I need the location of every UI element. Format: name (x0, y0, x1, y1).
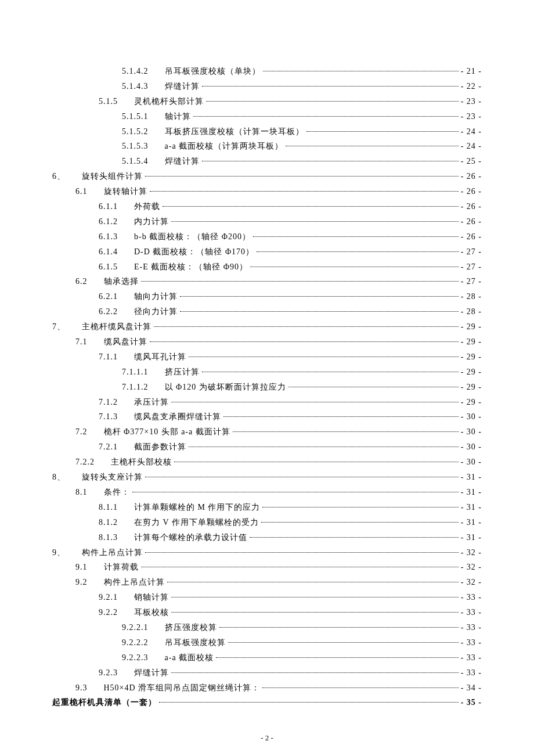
toc-entry: 7.1.3缆风盘支承圈焊缝计算- 30 - (52, 409, 482, 424)
toc-leader (145, 552, 459, 553)
toc-entry: 7.1.2承压计算- 29 - (52, 395, 482, 410)
toc-number: 7.1 (75, 334, 88, 350)
toc-title: 在剪力 V 作用下单颗螺栓的受力 (134, 515, 259, 530)
toc-page: - 29 - (461, 334, 482, 350)
toc-entry: 7.2.1截面参数计算- 30 - (52, 440, 482, 455)
toc-entry: 6.2轴承选择- 27 - (52, 274, 482, 289)
toc-page: - 30 - (461, 424, 482, 440)
toc-page: - 33 - (461, 590, 482, 605)
toc-number: 6.2 (75, 274, 88, 289)
toc-entry: 8.1条件：- 31 - (52, 485, 482, 500)
toc-leader (180, 311, 459, 312)
toc-leader (202, 161, 459, 161)
toc-entry: 8.1.2在剪力 V 作用下单颗螺栓的受力- 31 - (52, 515, 482, 530)
toc-title: 灵机桅杆头部计算 (134, 94, 204, 109)
toc-leader (159, 702, 459, 703)
toc-page: - 21 - (461, 64, 482, 79)
toc-page: - 27 - (461, 274, 482, 289)
toc-entry: 6.1.3b-b 截面校核：（轴径 Φ200）- 26 - (52, 229, 482, 244)
toc-leader (180, 296, 459, 297)
toc-entry: 起重桅杆机具清单（一套）- 35 - (52, 695, 482, 710)
toc-entry: 7.1缆风盘计算- 29 - (52, 334, 482, 350)
toc-entry: 6.2.2径向力计算- 28 - (52, 304, 482, 319)
toc-page: - 26 - (461, 214, 482, 229)
toc-title: 轴承选择 (104, 274, 139, 289)
toc-page: - 32 - (461, 575, 482, 590)
toc-title: a-a 截面校核 (165, 650, 214, 665)
toc-title: 耳板挤压强度校核（计算一块耳板） (165, 124, 304, 139)
toc-page: - 29 - (461, 319, 482, 334)
toc-page: - 29 - (461, 350, 482, 365)
toc-page: - 23 - (461, 109, 482, 124)
toc-page: - 29 - (461, 380, 482, 395)
toc-leader (202, 372, 459, 372)
toc-leader (145, 176, 459, 177)
toc-number: 7.1.1.1 (122, 365, 149, 380)
toc-leader (216, 657, 459, 658)
toc-leader (171, 221, 459, 222)
toc-title: 内力计算 (134, 214, 169, 229)
toc-page: - 32 - (461, 545, 482, 560)
toc-title: 计算荷载 (104, 560, 139, 575)
toc-number: 7.2.2 (75, 455, 95, 470)
page-number: - 2 - (52, 733, 482, 743)
toc-title: 旋转头组件计算 (82, 169, 143, 184)
toc-page: - 25 - (461, 154, 482, 169)
toc-title: 截面参数计算 (134, 440, 186, 455)
toc-entry: 7.2桅杆 Φ377×10 头部 a-a 截面计算- 30 - (52, 424, 482, 440)
toc-leader (253, 236, 459, 237)
toc-leader (233, 431, 459, 432)
toc-leader (257, 251, 459, 252)
toc-entry: 9.2.2.3a-a 截面校核- 33 - (52, 650, 482, 665)
toc-title: 径向力计算 (134, 304, 178, 319)
toc-entry: 9.2.2.1挤压强度校算- 33 - (52, 620, 482, 635)
toc-leader (167, 582, 459, 582)
toc-leader (189, 357, 459, 357)
toc-leader (288, 387, 459, 387)
toc-leader (262, 687, 459, 688)
toc-title: 轴向力计算 (134, 289, 178, 304)
toc-entry: 6.1.1外荷载- 26 - (52, 199, 482, 214)
toc-page: - 31 - (461, 530, 482, 545)
toc-number: 6、 (52, 169, 66, 184)
toc-page: - 28 - (461, 289, 482, 304)
toc-page: - 33 - (461, 665, 482, 681)
toc-entry: 7.1.1.2以 Φ120 为破坏断面计算拉应力- 29 - (52, 380, 482, 395)
toc-entry: 6、旋转头组件计算- 26 - (52, 169, 482, 184)
toc-number: 8、 (52, 470, 66, 485)
toc-number: 8.1 (75, 485, 88, 500)
toc-entry: 5.1.5.3a-a 截面校核（计算两块耳板）- 24 - (52, 139, 482, 154)
toc-number: 9.2.1 (99, 590, 118, 605)
toc-entry: 9.2.2.2吊耳板强度校算- 33 - (52, 635, 482, 650)
toc-page: - 29 - (461, 395, 482, 410)
toc-page: - 24 - (461, 139, 482, 154)
toc-title: 旋转头支座计算 (82, 470, 143, 485)
toc-entry: 5.1.4.3焊缝计算- 22 - (52, 79, 482, 94)
toc-number: 8.1.1 (99, 500, 118, 515)
toc-number: 9.1 (75, 560, 88, 575)
toc-title: D-D 截面校核：（轴径 Φ170） (134, 244, 254, 260)
toc-leader (141, 281, 459, 282)
toc-number: 5.1.5.2 (122, 124, 149, 139)
toc-leader (189, 447, 459, 447)
toc-entry: 9.1计算荷载- 32 - (52, 560, 482, 575)
toc-number: 6.1.4 (99, 244, 118, 260)
toc-title: 旋转轴计算 (104, 184, 147, 199)
toc-number: 9.2.2 (99, 605, 118, 620)
toc-number: 7.1.1 (99, 350, 118, 365)
toc-leader (171, 612, 459, 613)
toc-page: - 32 - (461, 560, 482, 575)
toc-leader (171, 672, 459, 673)
toc-entry: 6.1.4D-D 截面校核：（轴径 Φ170）- 27 - (52, 244, 482, 260)
toc-title: 承压计算 (134, 395, 169, 410)
toc-leader (286, 146, 459, 146)
toc-leader (150, 191, 459, 192)
toc-title: 桅杆 Φ377×10 头部 a-a 截面计算 (104, 424, 230, 440)
toc-entry: 5.1.4.2吊耳板强度校核（单块）- 21 - (52, 64, 482, 79)
toc-number: 9、 (52, 545, 66, 560)
toc-leader (174, 462, 459, 462)
toc-entry: 6.1旋转轴计算- 26 - (52, 184, 482, 199)
toc-leader (145, 477, 459, 477)
toc-number: 6.1 (75, 184, 88, 199)
toc-title: 以 Φ120 为破坏断面计算拉应力 (165, 380, 286, 395)
